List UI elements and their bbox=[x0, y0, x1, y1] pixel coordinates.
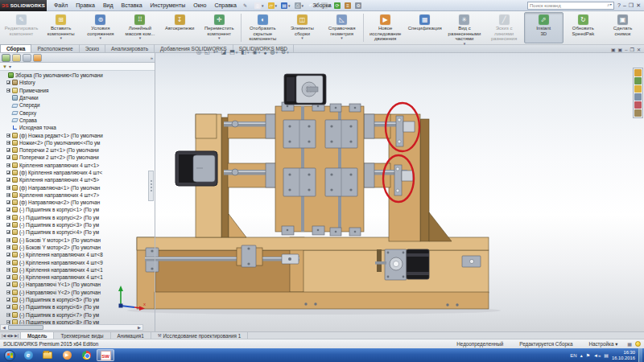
tree-item[interactable]: (-) Кріплення направляючих 4 шт<1 bbox=[0, 274, 155, 281]
dropdown-arrow-icon[interactable]: ▾ bbox=[262, 3, 264, 8]
zoom-fit-icon[interactable]: ◎ bbox=[196, 49, 202, 56]
dropdown-arrow-icon[interactable]: ▾ bbox=[302, 3, 304, 8]
menu-Окно[interactable]: Окно bbox=[189, 2, 210, 9]
dropdown-arrow-icon[interactable]: ▾ bbox=[464, 42, 466, 45]
taskbar-clock[interactable]: 16:30 16.10.2016 bbox=[612, 350, 635, 360]
section-view-icon[interactable]: ◪ bbox=[221, 49, 228, 56]
tray-expand-icon[interactable]: ▴ bbox=[580, 352, 583, 358]
base-right-bracket[interactable] bbox=[462, 256, 481, 267]
tree-item[interactable]: (-) Підшипник в корпусі<4> (По ум bbox=[0, 228, 155, 236]
dropdown-arrow-icon[interactable]: ▾ bbox=[100, 36, 102, 39]
expand-plus-icon[interactable] bbox=[6, 268, 10, 272]
scroll-left-icon[interactable]: ◀ bbox=[1, 325, 7, 330]
scrollbar-thumb[interactable] bbox=[8, 325, 43, 330]
featuremanager-tree-icon[interactable] bbox=[2, 54, 10, 62]
tree-item[interactable]: Зборка (По умолчанию<По умолчани bbox=[0, 72, 155, 79]
tree-item[interactable]: (-) Кріплення направляючих 4 шт<8 bbox=[0, 251, 155, 258]
new-document-icon[interactable]: ▯▾ bbox=[253, 1, 266, 10]
move-component-button[interactable]: ✛Переместить компонент▾ bbox=[200, 12, 239, 43]
tree-item[interactable]: Спереди bbox=[0, 101, 155, 109]
pane-toggle-icon[interactable]: ▦ bbox=[627, 341, 632, 347]
tree-item[interactable]: (-) Підшипник в корпусі<1> (По ум bbox=[0, 206, 155, 213]
tab-nav-icon[interactable]: ▶ bbox=[10, 333, 14, 338]
tree-item[interactable]: (-) Підшипник в корпусі<3> (По ум bbox=[0, 221, 155, 228]
tab-эскиз[interactable]: Эскиз bbox=[80, 44, 105, 52]
base-frame[interactable] bbox=[137, 237, 489, 309]
tree-item[interactable]: (-) Підшипник в корпусі<7> (По ум bbox=[0, 311, 155, 319]
dropdown-arrow-icon[interactable]: ▾ bbox=[218, 36, 221, 39]
tab-nav-icon[interactable]: ◀ bbox=[6, 333, 10, 338]
tree-item[interactable]: Сверху bbox=[0, 109, 155, 116]
view-orientation-icon[interactable]: ⬒▾ bbox=[229, 49, 238, 56]
language-indicator[interactable]: EN bbox=[570, 353, 576, 358]
filter-funnel-icon[interactable]: ▼ bbox=[2, 64, 7, 69]
dropdown-arrow-icon[interactable]: ▾ bbox=[275, 3, 278, 8]
bill-of-materials-button[interactable]: ▦Спецификация bbox=[405, 12, 444, 43]
expand-plus-icon[interactable] bbox=[6, 238, 10, 242]
custom-properties-icon[interactable] bbox=[634, 109, 642, 117]
solidworks-resources-icon[interactable] bbox=[634, 69, 642, 76]
tree-item[interactable]: (-) Підшипник в корпусі<2> (По ум bbox=[0, 214, 155, 221]
tree-item[interactable]: History bbox=[0, 79, 155, 86]
show-hidden-components-button[interactable]: ◐Отобразить скрытые компоненты bbox=[243, 12, 283, 43]
file-explorer-icon[interactable] bbox=[634, 85, 642, 93]
menu-Инструменты[interactable]: Инструменты bbox=[147, 2, 190, 9]
select-cursor-icon[interactable]: ↖▾ bbox=[320, 1, 332, 10]
expand-plus-icon[interactable] bbox=[6, 163, 10, 167]
panel-splitter-handle[interactable] bbox=[148, 171, 154, 201]
dropdown-arrow-icon[interactable]: ▾ bbox=[247, 50, 250, 55]
search-icon[interactable]: ⌕▾ bbox=[607, 2, 612, 8]
view-settings-icon[interactable]: ⚙▾ bbox=[280, 49, 290, 56]
expand-plus-icon[interactable] bbox=[6, 245, 10, 249]
expand-plus-icon[interactable] bbox=[6, 186, 10, 190]
tree-item[interactable]: (-) Бокові Y мотор<1> (По умолчан bbox=[0, 237, 155, 244]
tree-filter-row[interactable]: ▼ ▾ bbox=[0, 63, 155, 71]
panel-collapse-icon[interactable]: » bbox=[151, 56, 153, 60]
tree-item[interactable]: (-) Підшипник в корпусі<6> (По ум bbox=[0, 303, 155, 311]
tree-item[interactable]: Кріплення направляючих 4 шт<1> bbox=[0, 162, 155, 169]
top-motor[interactable] bbox=[284, 74, 326, 105]
tree-item[interactable]: Кріплення направляючих 4 шт<7> bbox=[0, 191, 155, 199]
options-icon[interactable]: ⚙ bbox=[353, 1, 363, 10]
tree-item[interactable]: Кріплення направляючих 4 шт<5> bbox=[0, 176, 155, 183]
expand-plus-icon[interactable] bbox=[6, 230, 10, 234]
expand-plus-icon[interactable] bbox=[6, 253, 10, 257]
tab-nav-icon[interactable]: ▶| bbox=[14, 333, 19, 338]
hide-show-items-icon[interactable]: ◉▾ bbox=[252, 49, 262, 56]
reference-geometry-button[interactable]: ◺Справочная геометрия▾ bbox=[322, 12, 361, 43]
tree-item[interactable]: (-) Бокові Y мотор<2> (По умолчан bbox=[0, 244, 155, 251]
action-center-flag-icon[interactable]: ⚑ bbox=[586, 352, 590, 358]
tree-horizontal-scrollbar[interactable]: ◀ ▶ bbox=[0, 324, 143, 331]
exploded-view-button[interactable]: ✳Вид с разнесенными частями▾ bbox=[444, 12, 484, 43]
dropdown-arrow-icon[interactable]: ▾ bbox=[236, 50, 238, 55]
tile-icon[interactable]: ▣ bbox=[618, 47, 623, 52]
update-speedpak-button[interactable]: ↻Обновить SpeedPak bbox=[564, 12, 603, 43]
insert-components-button[interactable]: ⊞Вставить компоненты▾ bbox=[41, 12, 80, 43]
dropdown-arrow-icon[interactable]: ▾ bbox=[139, 36, 142, 39]
previous-view-icon[interactable]: ↩ bbox=[213, 49, 219, 56]
dropdown-arrow-icon[interactable]: ▾ bbox=[328, 3, 331, 8]
filter-dropdown-icon[interactable]: ▾ bbox=[9, 64, 11, 69]
expand-plus-icon[interactable] bbox=[6, 141, 10, 145]
menu-Вставка[interactable]: Вставка bbox=[118, 2, 147, 9]
expand-plus-icon[interactable] bbox=[6, 208, 10, 212]
solidworks-app-icon[interactable]: SW bbox=[97, 349, 114, 361]
expand-plus-icon[interactable] bbox=[6, 148, 10, 152]
new-motion-study-button[interactable]: ▶Новое исследование движения bbox=[365, 12, 405, 43]
tree-item[interactable]: (ф) Направляюча<1> (По умолчан bbox=[0, 183, 155, 191]
doc-tab-анимация1[interactable]: Анимация1 bbox=[111, 332, 151, 339]
expand-plus-icon[interactable] bbox=[6, 261, 10, 265]
expand-plus-icon[interactable] bbox=[6, 298, 10, 302]
expand-plus-icon[interactable] bbox=[6, 223, 10, 227]
windows-explorer-icon[interactable] bbox=[39, 349, 56, 361]
minimize-document-icon[interactable]: – bbox=[625, 47, 627, 52]
linear-pattern-button[interactable]: ⠿Линейный массив ком...▾ bbox=[120, 12, 159, 43]
expand-plus-icon[interactable] bbox=[6, 155, 10, 159]
dropdown-arrow-icon[interactable]: ▾ bbox=[301, 36, 303, 39]
expand-plus-icon[interactable] bbox=[6, 313, 10, 317]
assembly-features-button[interactable]: ◫Элементы сборки▾ bbox=[283, 12, 322, 43]
tree-item[interactable]: (ф) Ножка редакт<1> (По умолчани bbox=[0, 131, 155, 138]
minimize-button[interactable]: – bbox=[623, 2, 626, 8]
close-button[interactable]: ✕ bbox=[636, 2, 641, 9]
scroll-right-icon[interactable]: ▶ bbox=[136, 325, 142, 330]
